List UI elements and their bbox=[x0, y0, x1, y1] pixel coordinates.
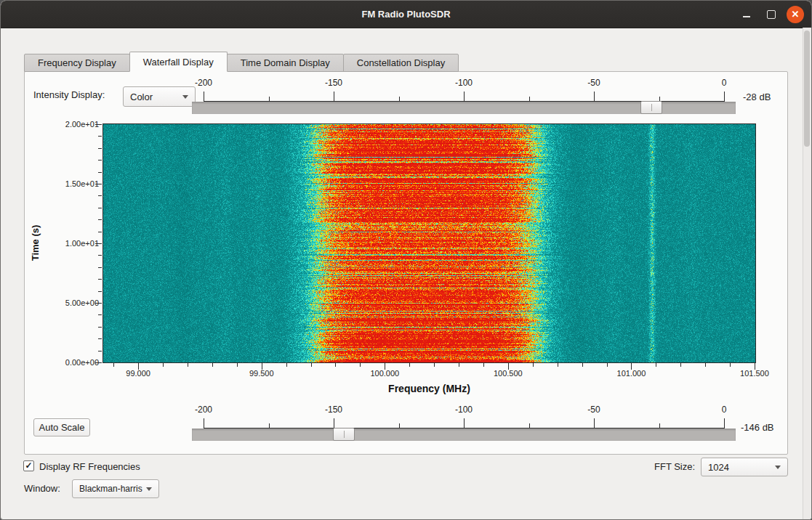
scale-tick-label: -100 bbox=[455, 78, 473, 88]
scale-tick-label: -200 bbox=[195, 78, 212, 88]
scale-tick-label: -50 bbox=[587, 78, 600, 88]
waterfall-canvas[interactable] bbox=[102, 123, 756, 363]
y-axis-tick bbox=[95, 124, 102, 125]
max-intensity-slider-handle[interactable] bbox=[640, 101, 662, 114]
fft-size-label: FFT Size: bbox=[654, 461, 695, 472]
x-axis-tick bbox=[237, 363, 238, 367]
x-axis-tick bbox=[335, 363, 336, 367]
x-axis-tick bbox=[311, 363, 312, 367]
y-axis-labels: 0.00e+005.00e+001.00e+011.50e+012.00e+01 bbox=[42, 123, 99, 363]
min-intensity-readout: -146 dB bbox=[741, 422, 774, 433]
vertical-scrollbar[interactable] bbox=[803, 28, 811, 519]
min-intensity-slider-handle[interactable] bbox=[333, 428, 355, 441]
x-axis-tick bbox=[558, 363, 558, 367]
x-axis-tick-label: 100.000 bbox=[370, 369, 399, 378]
y-axis-tick bbox=[98, 327, 102, 328]
x-axis-tick bbox=[459, 363, 459, 367]
y-axis-tick bbox=[98, 338, 102, 339]
y-axis-tick bbox=[98, 291, 102, 292]
x-axis-tick bbox=[188, 363, 188, 367]
y-axis-tick bbox=[98, 148, 102, 149]
display-rf-label: Display RF Frequencies bbox=[39, 461, 140, 472]
auto-scale-button[interactable]: Auto Scale bbox=[33, 418, 90, 436]
scale-tick-label: 0 bbox=[722, 78, 727, 88]
scale-tick bbox=[464, 418, 465, 428]
y-axis-tick bbox=[95, 362, 102, 363]
x-axis-tick bbox=[607, 363, 608, 367]
maximize-button[interactable] bbox=[763, 1, 780, 28]
y-axis-tick-label: 2.00e+01 bbox=[65, 120, 99, 129]
scale-tick bbox=[529, 97, 530, 102]
y-axis-tick bbox=[98, 136, 102, 137]
x-axis-tick bbox=[360, 363, 361, 367]
min-intensity-slider[interactable] bbox=[192, 428, 736, 441]
minimize-button[interactable] bbox=[738, 1, 755, 28]
x-axis-tick bbox=[705, 363, 706, 367]
close-button[interactable]: ✕ bbox=[785, 1, 805, 28]
scale-tick bbox=[594, 92, 595, 102]
y-axis-tick bbox=[98, 172, 102, 173]
display-rf-checkbox[interactable]: ✓ bbox=[23, 460, 34, 471]
y-axis-tick bbox=[98, 160, 102, 161]
y-axis-tick bbox=[98, 314, 102, 315]
x-axis-tick bbox=[409, 363, 410, 367]
y-axis-tick bbox=[95, 184, 102, 184]
scrollbar-thumb[interactable] bbox=[804, 31, 810, 147]
titlebar[interactable]: FM Radio PlutoSDR ✕ bbox=[1, 1, 811, 28]
tab-bar: Frequency Display Waterfall Display Time… bbox=[24, 52, 458, 72]
window-function-value: Blackman-harris bbox=[79, 480, 142, 497]
x-axis-tick-label: 100.500 bbox=[494, 369, 523, 378]
x-axis-tick bbox=[656, 363, 656, 367]
x-axis-tick bbox=[680, 363, 681, 367]
scale-tick bbox=[204, 418, 204, 428]
waterfall-plot[interactable] bbox=[102, 123, 756, 363]
scale-tick bbox=[659, 423, 660, 428]
y-axis-tick bbox=[98, 208, 102, 208]
scale-tick bbox=[529, 423, 530, 428]
x-axis-tick bbox=[212, 363, 213, 367]
scale-tick bbox=[269, 423, 270, 428]
y-axis-tick-label: 1.00e+01 bbox=[65, 239, 99, 248]
tab-constellation-display[interactable]: Constellation Display bbox=[343, 54, 459, 72]
tab-waterfall-display[interactable]: Waterfall Display bbox=[129, 52, 228, 72]
scale-tick bbox=[204, 92, 204, 102]
chevron-down-icon bbox=[146, 487, 152, 491]
scale-tick bbox=[334, 92, 334, 102]
y-axis-title: Time (s) bbox=[30, 200, 41, 287]
minimize-icon bbox=[743, 16, 750, 17]
chevron-down-icon bbox=[182, 95, 188, 99]
x-axis-tick-label: 101.500 bbox=[740, 369, 769, 378]
y-axis-tick bbox=[98, 255, 102, 256]
intensity-display-label: Intensity Display: bbox=[33, 89, 105, 100]
scale-tick-label: 0 bbox=[722, 405, 727, 415]
scale-tick-label: -100 bbox=[455, 405, 473, 415]
max-intensity-readout: -28 dB bbox=[743, 92, 771, 102]
x-axis-tick bbox=[533, 363, 534, 367]
fft-size-combo[interactable]: 1024 bbox=[701, 458, 788, 476]
window-function-combo[interactable]: Blackman-harris bbox=[72, 479, 159, 498]
y-axis-tick bbox=[98, 195, 102, 196]
intensity-display-combo[interactable]: Color bbox=[123, 86, 196, 107]
y-axis-tick bbox=[98, 351, 102, 352]
x-axis-tick-label: 99.000 bbox=[126, 369, 150, 378]
max-intensity-scale: -200-150-100-500 bbox=[204, 78, 724, 102]
intensity-display-value: Color bbox=[130, 87, 153, 106]
tab-time-domain-display[interactable]: Time Domain Display bbox=[227, 54, 344, 72]
slider-grip-icon bbox=[651, 104, 652, 111]
x-axis-tick bbox=[113, 363, 114, 367]
waterfall-panel: Intensity Display: Color -200-150-100-50… bbox=[24, 71, 788, 455]
x-axis-tick bbox=[483, 363, 484, 367]
x-axis-tick-label: 99.500 bbox=[249, 369, 274, 378]
x-axis-tick bbox=[730, 363, 731, 367]
chevron-down-icon bbox=[775, 466, 781, 469]
scale-tick bbox=[399, 423, 400, 428]
y-axis-tick bbox=[98, 219, 102, 220]
scale-tick bbox=[724, 418, 725, 428]
x-axis-tick bbox=[582, 363, 583, 367]
tab-frequency-display[interactable]: Frequency Display bbox=[24, 54, 130, 72]
window-function-label: Window: bbox=[24, 483, 60, 494]
scale-tick bbox=[724, 92, 725, 102]
scale-tick bbox=[399, 97, 400, 102]
y-axis-tick bbox=[98, 232, 102, 232]
x-axis-labels: 99.00099.500100.000100.500101.000101.500 bbox=[102, 369, 756, 381]
